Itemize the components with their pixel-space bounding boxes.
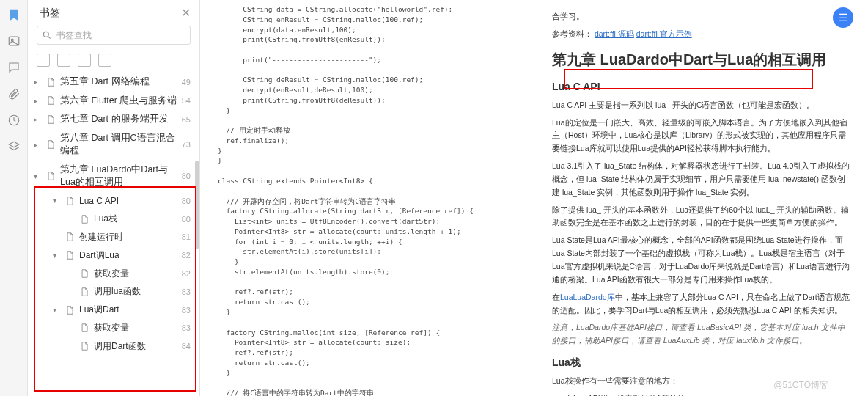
toc-label: Dart调Lua	[79, 249, 177, 262]
toc-page: 82	[182, 251, 191, 260]
page-icon	[65, 250, 75, 260]
list-item: 在Lua API里，栈索引是从1开始的；	[565, 392, 850, 396]
toc-page: 83	[182, 323, 191, 332]
toc-item[interactable]: ▸第八章 Dart 调用C语言混合编程73	[28, 129, 199, 161]
toc-label: 第九章 LuaDardo中Dart与Lua的相互调用	[60, 164, 177, 189]
page-icon	[45, 139, 56, 150]
text: 参考资料：	[552, 29, 592, 38]
sidebar-title: 书签	[40, 7, 60, 20]
toc-page: 54	[182, 96, 191, 105]
toc-item[interactable]: 创建运行时81	[28, 228, 199, 246]
expand-icon[interactable]: ▾	[53, 252, 62, 260]
toc-tree[interactable]: ▸第五章 Dart 网络编程49▸第六章 Flutter 爬虫与服务端54▸第七…	[28, 73, 199, 396]
page-icon	[79, 214, 89, 224]
add-bookmark-button[interactable]	[78, 54, 91, 67]
ref-link-1[interactable]: dart:ffi 源码	[595, 29, 634, 38]
toc-label: 第八章 Dart 调用C语言混合编程	[60, 132, 177, 158]
image-icon[interactable]	[7, 34, 21, 48]
toc-item[interactable]: ▸第七章 Dart 的服务端开发65	[28, 110, 199, 129]
toc-label: 获取变量	[94, 322, 177, 334]
page-icon	[45, 171, 56, 181]
expand-icon[interactable]: ▸	[34, 97, 43, 105]
content-area: CString data = CString.allocate("hellowo…	[200, 0, 868, 396]
toc-page: 84	[182, 342, 191, 351]
expand-icon[interactable]: ▾	[53, 197, 62, 205]
attachment-icon[interactable]	[7, 87, 21, 101]
collapse-all-button[interactable]	[57, 54, 70, 67]
expand-icon[interactable]: ▾	[34, 172, 43, 180]
article-h2-capi: Lua C API	[552, 79, 850, 95]
toc-item[interactable]: ▾Lua调Dart83	[28, 301, 199, 319]
text: 在	[552, 293, 560, 301]
bookmark-sidebar: 书签 ✕ 书签查找 ▸第五章 Dart 网络编程49▸第六章 Flutter 爬…	[28, 0, 200, 396]
toc-item[interactable]: ▾Dart调Lua82	[28, 246, 199, 265]
page-icon	[65, 196, 75, 206]
text: Lua C API 主要是指一系列以 lua_ 开头的C语言函数（也可能是宏函数…	[552, 99, 850, 112]
text: 除了提供 lua_ 开头的基本函数外，Lua还提供了约60个以 luaL_ 开头…	[552, 204, 850, 230]
toc-item[interactable]: 调用Dart函数84	[28, 337, 199, 356]
layers-icon[interactable]	[7, 139, 21, 154]
toc-label: 创建运行时	[79, 231, 177, 243]
toc-page: 82	[182, 269, 191, 278]
expand-icon[interactable]: ▾	[53, 306, 62, 314]
toc-item[interactable]: ▾第九章 LuaDardo中Dart与Lua的相互调用80	[28, 161, 199, 192]
toc-page: 83	[182, 287, 191, 296]
toc-label: 第五章 Dart 网络编程	[60, 76, 177, 89]
page-right: 合学习。 参考资料： dart:ffi 源码 dart:ffi 官方示例 第九章…	[534, 0, 868, 396]
toc-label: 第七章 Dart 的服务端开发	[60, 113, 177, 126]
text: Lua的定位是一门嵌大、高效、轻量级的可嵌入脚本语言。为了方便地嵌入到其他宿主（…	[552, 117, 850, 156]
text: Lua State是Lua API最核心的概念，全部的API函数都是围绕Lua …	[552, 234, 850, 286]
toc-item[interactable]: Lua栈80	[28, 210, 199, 228]
toc-item[interactable]: 获取变量82	[28, 265, 199, 283]
bookmark-flag-button[interactable]	[98, 54, 111, 67]
search-input[interactable]: 书签查找	[37, 26, 191, 45]
toc-label: 获取变量	[94, 268, 177, 280]
code-block: CString data = CString.allocate("hellowo…	[218, 4, 516, 396]
comment-icon[interactable]	[7, 60, 21, 75]
page-icon	[79, 268, 89, 279]
toolbar-row	[28, 49, 199, 73]
toc-label: Lua栈	[94, 213, 177, 225]
page-icon	[79, 341, 89, 351]
toc-page: 65	[182, 115, 191, 124]
toc-item[interactable]: ▸第五章 Dart 网络编程49	[28, 73, 199, 92]
toc-page: 73	[182, 140, 191, 149]
expand-all-button[interactable]	[37, 54, 50, 67]
toc-label: Lua调Dart	[79, 304, 177, 316]
page-icon	[65, 232, 75, 242]
toc-item[interactable]: ▸第六章 Flutter 爬虫与服务端54	[28, 92, 199, 111]
recent-icon[interactable]	[7, 113, 21, 128]
toc-label: 调用lua函数	[94, 285, 177, 298]
tool-rail	[0, 0, 28, 396]
text: 合学习。	[552, 12, 584, 21]
lualuadardo-link[interactable]: LuaLuaDardo库	[560, 293, 615, 301]
expand-icon[interactable]: ▸	[34, 78, 43, 86]
expand-icon[interactable]: ▸	[34, 115, 43, 123]
expand-icon[interactable]: ▸	[34, 141, 43, 149]
article-h2-stack: Lua栈	[552, 355, 850, 370]
watermark: @51CTO博客	[773, 379, 828, 392]
toc-page: 49	[182, 78, 191, 87]
toc-label: 调用Dart函数	[94, 340, 177, 353]
scrollbar-thumb[interactable]	[195, 161, 199, 249]
toc-label: 第六章 Flutter 爬虫与服务端	[60, 95, 177, 108]
close-icon[interactable]: ✕	[181, 6, 191, 20]
text: Lua 3.1引入了 lua_State 结构体，对解释器状态进行了封装。Lua…	[552, 160, 850, 199]
article-h1: 第九章 LuaDardo中Dart与Lua的相互调用	[552, 48, 850, 70]
toc-page: 81	[182, 232, 191, 241]
bullet-list: 在Lua API里，栈索引是从1开始的； 栈索引可以是负数，正数索引叫作绝对索引…	[565, 392, 850, 396]
page-icon	[65, 305, 75, 315]
toc-item[interactable]: 调用lua函数83	[28, 282, 199, 301]
note-text: 注意，LuaDardo库基础API接口，请查看 LuaBasicAPI 类，它基…	[552, 321, 850, 348]
page-icon	[45, 77, 56, 87]
ref-link-2[interactable]: dart:ffi 官方示例	[636, 29, 692, 38]
bookmark-icon[interactable]	[7, 7, 21, 22]
page-left: CString data = CString.allocate("hellowo…	[200, 0, 534, 396]
float-action-button[interactable]: ☰	[833, 7, 853, 28]
toc-label: Lua C API	[79, 195, 177, 208]
page-icon	[79, 323, 89, 333]
toc-page: 80	[182, 172, 191, 180]
toc-item[interactable]: 获取变量83	[28, 319, 199, 337]
toc-item[interactable]: ▾Lua C API80	[28, 192, 199, 210]
svg-point-3	[43, 32, 48, 37]
